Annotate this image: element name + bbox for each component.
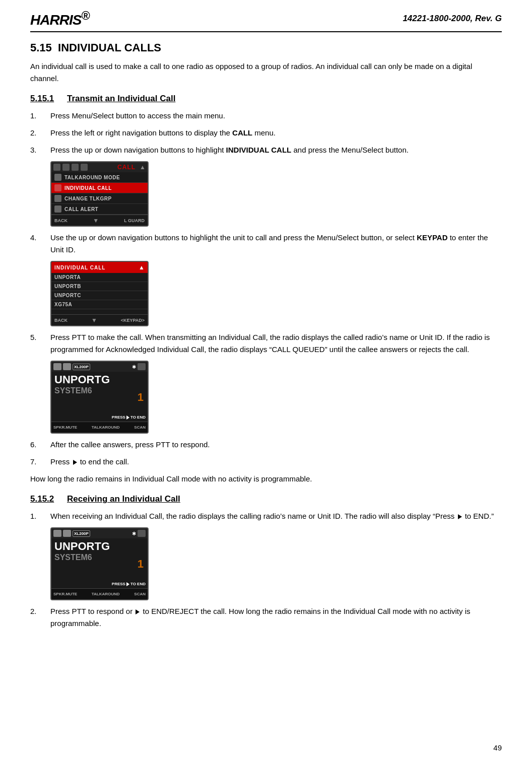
page-header: HARRIS® 14221-1800-2000, Rev. G [30,9,502,32]
subsection-5151: 5.15.1 Transmit an Individual Call 1. Pr… [30,94,502,485]
screen-icon-3 [72,164,79,171]
step-1: 1. Press Menu/Select button to access th… [30,110,502,122]
step-2-text-after: menu. [252,128,276,137]
logo-trademark: ® [81,9,89,22]
menu-item-call-alert: CALL ALERT [51,204,148,215]
step-6-content: After the callee answers, press PTT to r… [50,439,502,451]
menu-icon-change [54,195,61,202]
screen3-system: SYSTEM6 [51,386,148,395]
menu-item-talkaround: TALKAROUND MODE [51,172,148,183]
step-2: 2. Press the left or right navigation bu… [30,127,502,139]
screen-icon-1 [53,164,60,171]
step-2-bold: CALL [232,128,252,137]
screen4-system: SYSTEM6 [51,553,148,562]
subsection-title-5152: 5.15.2 Receiving an Individual Call [30,494,502,504]
screen2-top-bar: INDIVIDUAL CALL ▲ [51,262,148,273]
subsection-number-5151: 5.15.1 [30,94,58,104]
screen2-keypad-label: <KEYPAD> [121,318,145,323]
menu-icon-individual [54,184,61,191]
menu-icon-talkaround [54,174,61,181]
screen3-arrow-right [126,416,129,420]
step-7-arrow [73,460,77,465]
step-recv-1-after: to END.” [465,512,494,520]
unit-label-xg75a: XG75A [54,302,72,307]
step-7-content: Press to end the call. [50,456,502,468]
step-7-text-after: to end the call. [80,457,129,466]
step-3: 3. Press the up or down navigation butto… [30,144,502,156]
step-3-text-before: Press the up or down navigation buttons … [50,146,226,154]
softkey4-talkaround: TALKAROUND [92,592,120,596]
step-2-text-before: Press the left or right navigation butto… [50,128,232,137]
screen4-status-row: XL200P ✱ [51,528,148,538]
menu-item-individual-label: INDIVIDUAL CALL [64,185,112,191]
unit-item-xg75a: XG75A [51,300,148,309]
unit-label-unportb: UNPORTB [54,284,81,289]
status4-icon-signal [63,530,71,537]
step-1-content: Press Menu/Select button to access the m… [50,110,502,122]
status4-icon-extra [138,530,146,537]
step-3-text-after: and press the Menu/Select button. [291,146,409,154]
radio-screen-call-menu: CALL ▲ TALKAROUND MODE INDIVIDUAL CALL C… [50,161,149,227]
softkey-scan: SCAN [134,425,146,430]
step-recv-2: 2. Press PTT to respond or to END/REJECT… [30,605,502,630]
status-icon-signal [63,363,71,370]
menu-icon-alert [54,205,61,213]
scroll-down-arrow: ▼ [93,217,99,224]
menu-item-change-label: CHANGE TLKGRP [64,196,112,201]
step-2-num: 2. [30,127,50,139]
step-4-num: 4. [30,232,50,256]
screen4-callsign: UNPORTG [51,538,148,552]
step-recv-1: 1. When receiving an Individual Call, th… [30,510,502,522]
subsection-heading-5152: Receiving an Individual Call [67,494,180,504]
step-6: 6. After the callee answers, press PTT t… [30,439,502,451]
step-4: 4. Use the up or down navigation buttons… [30,232,502,256]
unit-item-unporta: UNPORTA [51,273,148,282]
step-7: 7. Press to end the call. [30,456,502,468]
subsection-title-5151: 5.15.1 Transmit an Individual Call [30,94,502,104]
screen-call-label: CALL [115,164,138,171]
status4-xl200p: XL200P [73,530,90,537]
step-3-bold: INDIVIDUAL CALL [226,146,292,154]
section-number: 5.15 [30,41,52,54]
steps-list-5152-b: 2. Press PTT to respond or to END/REJECT… [30,605,502,630]
steps-list-5151-b: 4. Use the up or down navigation buttons… [30,232,502,256]
step-4-text-before: Use the up or down navigation buttons to… [50,233,417,242]
unit-label-unportc: UNPORTC [54,293,81,298]
screen4-number: 1 [138,558,144,571]
scroll-up-arrow: ▲ [140,164,146,171]
step-3-content: Press the up or down navigation buttons … [50,144,502,156]
menu-item-talkaround-label: TALKAROUND MODE [64,175,120,180]
steps-list-5151-d: 6. After the callee answers, press PTT t… [30,439,502,468]
step-recv-1-content: When receiving an Individual Call, the r… [50,510,502,522]
step-1-num: 1. [30,110,50,122]
screen3-status-row: XL200P ✱ [51,362,148,372]
screen2-top-label: INDIVIDUAL CALL [54,265,105,270]
softkey-talkaround: TALKAROUND [92,425,120,430]
status-xl200p: XL200P [73,364,90,370]
page-wrapper: HARRIS® 14221-1800-2000, Rev. G 5.15 IND… [0,0,532,761]
unit-label-unporta: UNPORTA [54,274,81,280]
step-recv-1-before: When receiving an Individual Call, the r… [50,512,457,520]
step-5-content: Press PTT to make the call. When transmi… [50,331,502,356]
menu-item-alert-label: CALL ALERT [64,206,98,212]
subsection-heading-5151: Transmit an Individual Call [67,94,175,104]
menu-item-individual-call: INDIVIDUAL CALL [51,183,148,193]
screen3-number: 1 [138,391,144,404]
screen4-press-end: PRESS TO END [112,582,146,586]
step-recv-1-arrow [458,514,462,519]
status4-bluetooth: ✱ [132,531,136,536]
radio-screen-unit-list: INDIVIDUAL CALL ▲ UNPORTA UNPORTB UNPORT… [50,261,149,326]
screen3-callsign: UNPORTG [51,372,148,386]
section-title: 5.15 INDIVIDUAL CALLS [30,41,502,54]
steps-list-5151: 1. Press Menu/Select button to access th… [30,110,502,156]
screen2-back-label: BACK [54,318,68,323]
section-heading: INDIVIDUAL CALLS [58,41,161,54]
step-4-bold: KEYPAD [417,233,447,242]
screen4-softkeys: SPKR.MUTE TALKAROUND SCAN [51,588,148,599]
status-icon-extra [138,363,146,370]
screen4-arrow-right [126,582,129,586]
screen-bottom-bar-1: BACK ▼ L GUARD [51,215,148,226]
softkey-spkrmute: SPKR.MUTE [53,425,77,430]
page-footer: 49 [493,743,502,752]
step-2-content: Press the left or right navigation butto… [50,127,502,139]
